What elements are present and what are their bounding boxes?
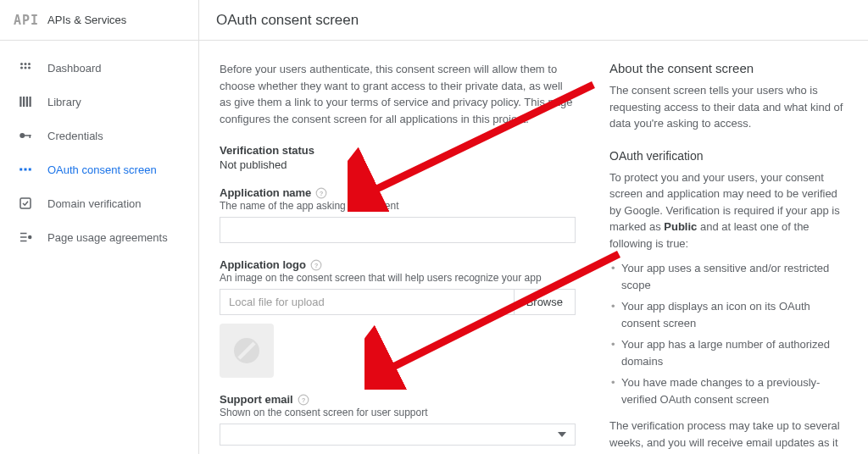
svg-point-10 [19,133,25,138]
verification-label: Verification status [220,144,576,157]
svg-text:?: ? [314,261,319,269]
svg-rect-12 [30,135,31,138]
key-icon [17,127,34,144]
svg-rect-9 [30,97,31,107]
svg-text:?: ? [301,396,305,403]
sidebar-item-credentials[interactable]: Credentials [0,119,198,152]
chevron-down-icon [558,430,566,439]
app-name-label-text: Application name [220,186,311,199]
domain-icon [17,195,34,212]
sidebar-item-label: Library [47,96,81,108]
svg-rect-6 [19,97,21,107]
support-email-group: Support email ? Shown on the consent scr… [220,393,576,446]
sidebar-item-label: Credentials [47,130,103,142]
sidebar-item-page-usage[interactable]: Page usage agreements [0,220,198,254]
logo-preview-placeholder [220,324,274,378]
intro-text: Before your users authenticate, this con… [220,61,576,127]
app-name-input[interactable] [220,217,576,243]
support-email-select[interactable] [220,424,576,446]
svg-rect-16 [20,198,31,208]
support-email-label-text: Support email [220,393,293,406]
svg-text:?: ? [320,189,324,197]
dashboard-icon [17,59,34,76]
process-text-a: The verification process may take up to … [609,419,840,454]
about-paragraph: The consent screen tells your users who … [609,82,848,132]
sidebar-item-label: OAuth consent screen [47,163,157,176]
process-paragraph: The verification process may take up to … [609,418,848,454]
api-logo: API [14,13,39,28]
app-name-group: Application name ? The name of the app a… [220,186,576,243]
sidebar-item-library[interactable]: Library [0,85,198,119]
list-item: Your app uses a sensitive and/or restric… [621,260,848,293]
help-icon[interactable]: ? [298,394,309,406]
svg-point-4 [25,67,27,69]
svg-point-20 [29,236,31,239]
list-item: Your app displays an icon on its OAuth c… [621,298,848,331]
verify-paragraph: To protect you and your users, your cons… [609,169,848,252]
list-item: Your app has a large number of authorize… [621,336,848,369]
verification-status-group: Verification status Not published [220,144,576,171]
file-upload-placeholder[interactable]: Local file for upload [220,290,514,314]
sidebar-item-oauth-consent[interactable]: OAuth consent screen [0,152,198,186]
app-logo-label: Application logo ? [220,258,576,271]
sidebar-header: API APIs & Services [0,0,198,41]
sidebar-title: APIs & Services [47,14,126,26]
svg-point-1 [25,63,27,65]
sidebar-item-dashboard[interactable]: Dashboard [0,51,198,85]
consent-icon [17,161,34,178]
svg-rect-8 [26,97,28,107]
svg-point-5 [28,67,31,69]
support-email-hint: Shown on the consent screen for user sup… [220,407,576,418]
sidebar-item-label: Domain verification [47,197,142,210]
verify-heading: OAuth verification [609,149,848,163]
svg-rect-13 [19,169,22,171]
svg-point-3 [20,67,23,69]
help-icon[interactable]: ? [315,187,327,199]
help-icon[interactable]: ? [310,259,322,271]
agreements-icon [17,229,34,246]
verify-public: Public [664,220,697,233]
app-name-hint: The name of the app asking for consent [220,200,576,212]
verify-bullets: Your app uses a sensitive and/or restric… [609,260,848,407]
app-name-label: Application name ? [220,186,576,199]
app-logo-group: Application logo ? An image on the conse… [220,258,576,378]
svg-rect-14 [25,169,27,171]
sidebar-nav: Dashboard Library Credentials OAuth cons… [0,41,198,264]
sidebar: API APIs & Services Dashboard Library [0,0,199,454]
svg-point-2 [28,63,31,65]
info-column: About the consent screen The consent scr… [609,61,848,434]
file-upload-row: Local file for upload Browse [220,289,576,315]
page-title: OAuth consent screen [199,0,868,41]
verification-value: Not published [220,158,576,171]
sidebar-item-domain-verification[interactable]: Domain verification [0,186,198,220]
app-logo-hint: An image on the consent screen that will… [220,272,576,284]
sidebar-item-label: Dashboard [47,62,102,75]
svg-rect-15 [29,169,31,171]
list-item: You have made changes to a previously-ve… [621,374,848,407]
browse-button[interactable]: Browse [514,290,575,314]
about-heading: About the consent screen [609,61,848,75]
sidebar-item-label: Page usage agreements [47,231,168,244]
main: OAuth consent screen Before your users a… [199,0,868,454]
app-logo-label-text: Application logo [220,258,306,271]
support-email-label: Support email ? [220,393,576,406]
svg-rect-7 [23,97,25,107]
svg-point-0 [20,63,23,65]
library-icon [17,93,34,110]
form-column: Before your users authenticate, this con… [220,61,576,434]
